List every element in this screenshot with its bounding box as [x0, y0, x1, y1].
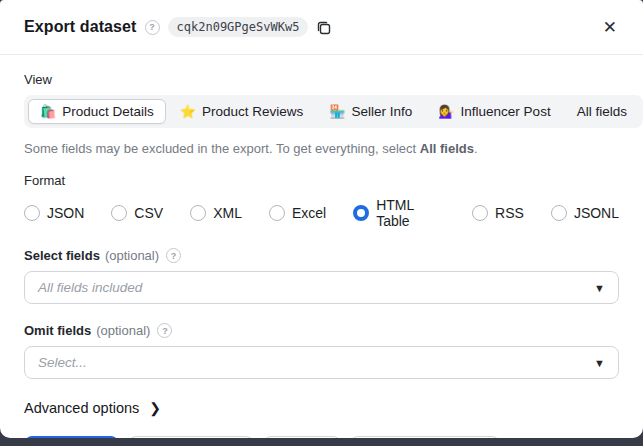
format-radio-option[interactable]: Excel — [269, 205, 326, 221]
format-radio-label: Excel — [292, 205, 326, 221]
radio-icon — [269, 205, 285, 221]
view-tab[interactable]: 🏪 Seller Info — [317, 99, 424, 124]
radio-icon — [472, 205, 488, 221]
format-radio-option[interactable]: JSON — [24, 205, 84, 221]
view-tab-label: Product Reviews — [202, 104, 303, 119]
radio-icon — [353, 205, 369, 221]
omit-fields-dropdown[interactable]: Select... ▼ — [24, 346, 619, 379]
export-dataset-dialog: Export dataset ? cqk2n09GPgeSvWKw5 ✕ Vie… — [0, 0, 643, 438]
format-radio-label: XML — [213, 205, 242, 221]
preview-button[interactable]: Preview — [263, 436, 341, 438]
advanced-options-label: Advanced options — [24, 400, 139, 416]
help-icon[interactable]: ? — [157, 323, 172, 338]
download-button[interactable]: Download — [24, 436, 119, 438]
export-note: Some fields may be excluded in the expor… — [24, 141, 619, 156]
dataset-id-badge: cqk2n09GPgeSvWKw5 — [168, 17, 309, 37]
view-in-new-tab-button[interactable]: View in new tab — [128, 436, 254, 438]
format-radio-label: JSONL — [574, 205, 619, 221]
note-all-fields: All fields — [420, 141, 474, 156]
select-fields-optional: (optional) — [105, 248, 159, 263]
view-tab-label: Influencer Post — [461, 104, 551, 119]
chevron-down-icon: ▼ — [594, 282, 605, 294]
select-fields-dropdown[interactable]: All fields included ▼ — [24, 271, 619, 304]
chevron-down-icon: ▼ — [594, 357, 605, 369]
select-fields-label: Select fields — [24, 248, 100, 263]
format-radio-option[interactable]: XML — [190, 205, 242, 221]
radio-icon — [24, 205, 40, 221]
dialog-body: View 🛍️ Product Details ⭐ Product Review… — [0, 72, 643, 438]
format-radio-option[interactable]: JSONL — [551, 205, 619, 221]
close-icon[interactable]: ✕ — [601, 17, 619, 38]
chevron-right-icon: ❯ — [149, 400, 161, 416]
format-radio-label: JSON — [47, 205, 84, 221]
radio-icon — [111, 205, 127, 221]
view-tab-icon: 🏪 — [329, 105, 345, 118]
advanced-options-toggle[interactable]: Advanced options ❯ — [24, 400, 619, 416]
select-fields-label-row: Select fields (optional) ? — [24, 248, 619, 263]
format-radio-label: RSS — [495, 205, 524, 221]
help-icon[interactable]: ? — [145, 20, 160, 35]
view-tab[interactable]: ⭐ Product Reviews — [168, 99, 316, 124]
format-radio-option[interactable]: CSV — [111, 205, 163, 221]
omit-fields-label: Omit fields — [24, 323, 91, 338]
copy-shareable-link-button[interactable]: Copy shareable link — [350, 436, 501, 438]
view-tab-icon: 💁‍♀️ — [438, 105, 454, 118]
format-radio-option[interactable]: RSS — [472, 205, 524, 221]
omit-fields-label-row: Omit fields (optional) ? — [24, 323, 619, 338]
view-tab-label: Seller Info — [352, 104, 413, 119]
format-radio-option[interactable]: HTML Table — [353, 197, 445, 229]
view-tab-label: All fields — [577, 104, 627, 119]
view-tab-icon: ⭐ — [180, 105, 196, 118]
format-radio-label: HTML Table — [376, 197, 445, 229]
copy-icon[interactable] — [315, 19, 332, 36]
dialog-header: Export dataset ? cqk2n09GPgeSvWKw5 ✕ — [0, 0, 643, 55]
omit-fields-placeholder: Select... — [38, 355, 87, 370]
format-radio-label: CSV — [134, 205, 163, 221]
view-label: View — [24, 72, 619, 87]
dialog-title: Export dataset — [24, 18, 137, 36]
view-tab-icon: 🛍️ — [40, 105, 56, 118]
action-buttons: Download View in new tab Preview Copy sh… — [24, 436, 619, 438]
view-tab-label: Product Details — [62, 104, 154, 119]
help-icon[interactable]: ? — [166, 248, 181, 263]
radio-icon — [190, 205, 206, 221]
view-tab[interactable]: 🛍️ Product Details — [28, 99, 166, 124]
omit-fields-optional: (optional) — [96, 323, 150, 338]
format-label: Format — [24, 173, 619, 188]
view-tab[interactable]: All fields — [565, 99, 639, 124]
view-tab-strip: 🛍️ Product Details ⭐ Product Reviews 🏪 S… — [24, 95, 643, 128]
format-radio-group: JSON CSV XML Excel HTML Table RSS JSONL — [24, 197, 619, 229]
radio-icon — [551, 205, 567, 221]
select-fields-placeholder: All fields included — [38, 280, 142, 295]
view-tab[interactable]: 💁‍♀️ Influencer Post — [426, 99, 562, 124]
